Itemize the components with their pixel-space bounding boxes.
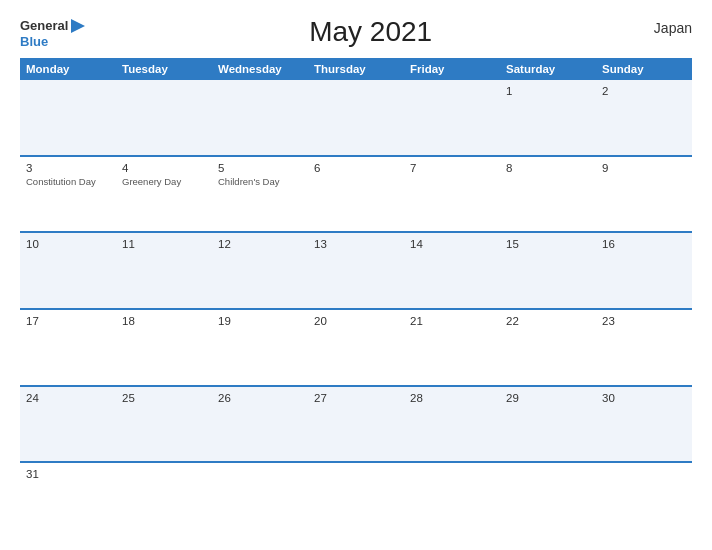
cal-cell-w1-d2 [116,80,212,155]
calendar-week-6: 31 [20,461,692,538]
day-number: 13 [314,238,398,250]
day-number: 7 [410,162,494,174]
day-number: 4 [122,162,206,174]
header-monday: Monday [20,58,116,80]
holiday-label: Greenery Day [122,176,206,188]
header: General Blue May 2021 Japan [20,16,692,48]
day-number: 10 [26,238,110,250]
day-number: 8 [506,162,590,174]
calendar-week-3: 10111213141516 [20,231,692,308]
cal-cell-w1-d4 [308,80,404,155]
cal-cell-w4-d5: 21 [404,310,500,385]
day-number: 9 [602,162,686,174]
cal-cell-w3-d4: 13 [308,233,404,308]
header-thursday: Thursday [308,58,404,80]
day-number: 14 [410,238,494,250]
calendar-title: May 2021 [87,16,653,48]
logo-blue: Blue [20,35,87,48]
cal-cell-w3-d1: 10 [20,233,116,308]
day-number: 18 [122,315,206,327]
calendar-grid: Monday Tuesday Wednesday Thursday Friday… [20,58,692,538]
cal-cell-w5-d4: 27 [308,387,404,462]
header-wednesday: Wednesday [212,58,308,80]
calendar-week-4: 17181920212223 [20,308,692,385]
day-number: 5 [218,162,302,174]
weekday-header-row: Monday Tuesday Wednesday Thursday Friday… [20,58,692,80]
day-number: 25 [122,392,206,404]
cal-cell-w3-d5: 14 [404,233,500,308]
cal-cell-w1-d3 [212,80,308,155]
cal-cell-w3-d2: 11 [116,233,212,308]
cal-cell-w5-d5: 28 [404,387,500,462]
cal-cell-w4-d3: 19 [212,310,308,385]
country-label: Japan [654,20,692,36]
calendar-page: General Blue May 2021 Japan Monday Tuesd… [0,0,712,550]
day-number: 20 [314,315,398,327]
calendar-week-2: 3Constitution Day4Greenery Day5Children'… [20,155,692,232]
calendar-week-1: 12 [20,80,692,155]
cal-cell-w4-d2: 18 [116,310,212,385]
logo-flag-icon [69,17,87,35]
day-number: 6 [314,162,398,174]
cal-cell-w2-d7: 9 [596,157,692,232]
cal-cell-w3-d7: 16 [596,233,692,308]
cal-cell-w4-d1: 17 [20,310,116,385]
cal-cell-w2-d4: 6 [308,157,404,232]
day-number: 11 [122,238,206,250]
cal-cell-w4-d7: 23 [596,310,692,385]
day-number: 23 [602,315,686,327]
day-number: 3 [26,162,110,174]
header-tuesday: Tuesday [116,58,212,80]
svg-marker-0 [71,19,85,33]
logo-general: General [20,19,68,32]
cal-cell-w1-d5 [404,80,500,155]
calendar-body: 123Constitution Day4Greenery Day5Childre… [20,80,692,538]
cal-cell-w4-d4: 20 [308,310,404,385]
cal-cell-w1-d7: 2 [596,80,692,155]
day-number: 30 [602,392,686,404]
cal-cell-w2-d2: 4Greenery Day [116,157,212,232]
cal-cell-w2-d6: 8 [500,157,596,232]
day-number: 1 [506,85,590,97]
cal-cell-w6-d5 [404,463,500,538]
day-number: 26 [218,392,302,404]
header-saturday: Saturday [500,58,596,80]
day-number: 12 [218,238,302,250]
cal-cell-w3-d6: 15 [500,233,596,308]
cal-cell-w5-d1: 24 [20,387,116,462]
cal-cell-w1-d6: 1 [500,80,596,155]
cal-cell-w6-d3 [212,463,308,538]
cal-cell-w5-d3: 26 [212,387,308,462]
day-number: 31 [26,468,110,480]
day-number: 19 [218,315,302,327]
day-number: 28 [410,392,494,404]
day-number: 27 [314,392,398,404]
cal-cell-w2-d3: 5Children's Day [212,157,308,232]
day-number: 22 [506,315,590,327]
cal-cell-w2-d5: 7 [404,157,500,232]
cal-cell-w6-d7 [596,463,692,538]
header-friday: Friday [404,58,500,80]
cal-cell-w6-d1: 31 [20,463,116,538]
cal-cell-w4-d6: 22 [500,310,596,385]
day-number: 21 [410,315,494,327]
header-sunday: Sunday [596,58,692,80]
day-number: 17 [26,315,110,327]
cal-cell-w6-d2 [116,463,212,538]
cal-cell-w6-d6 [500,463,596,538]
holiday-label: Children's Day [218,176,302,188]
cal-cell-w2-d1: 3Constitution Day [20,157,116,232]
day-number: 2 [602,85,686,97]
day-number: 16 [602,238,686,250]
holiday-label: Constitution Day [26,176,110,188]
cal-cell-w3-d3: 12 [212,233,308,308]
calendar-week-5: 24252627282930 [20,385,692,462]
cal-cell-w5-d2: 25 [116,387,212,462]
cal-cell-w6-d4 [308,463,404,538]
cal-cell-w1-d1 [20,80,116,155]
logo: General Blue [20,17,87,48]
day-number: 15 [506,238,590,250]
cal-cell-w5-d6: 29 [500,387,596,462]
day-number: 29 [506,392,590,404]
day-number: 24 [26,392,110,404]
